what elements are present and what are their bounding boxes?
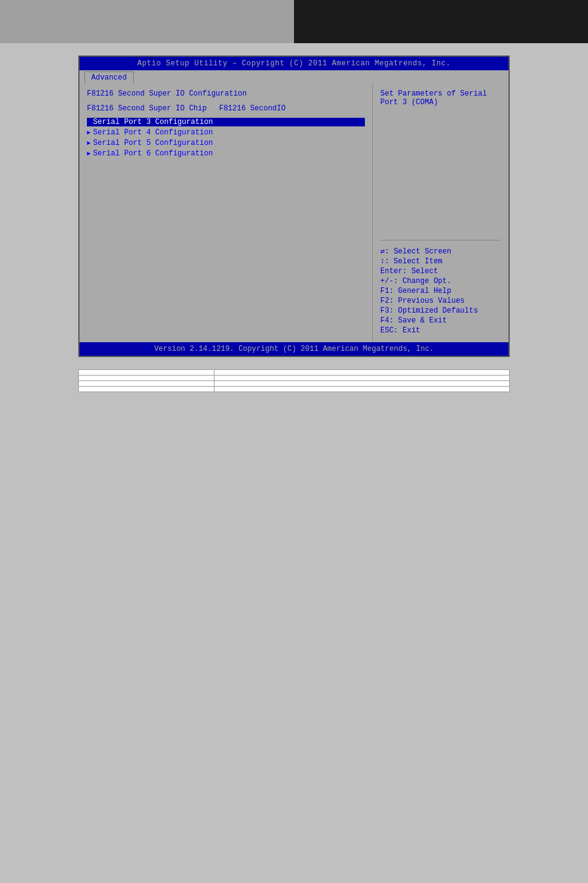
arrow-icon-serial5: ► (87, 140, 91, 147)
chip-label: F81216 Second Super IO Chip (87, 104, 206, 113)
tab-advanced[interactable]: Advanced (84, 72, 134, 83)
bios-title-bar: Aptio Setup Utility – Copyright (C) 2011… (80, 57, 508, 70)
arrow-icon-serial4: ► (87, 129, 91, 136)
bios-footer: Version 2.14.1219. Copyright (C) 2011 Am… (80, 342, 508, 356)
info-table (78, 369, 510, 392)
key-esc: ESC: Exit (380, 326, 501, 335)
table-row (79, 376, 510, 381)
key-select-item: ↕: Select Item (380, 257, 501, 266)
arrow-icon-serial3: ► (87, 119, 91, 126)
table-cell (79, 387, 214, 392)
bios-title: Aptio Setup Utility – Copyright (C) 2011… (137, 59, 451, 68)
banner-right (294, 0, 588, 43)
table-cell (214, 381, 510, 387)
menu-item-label-serial4: Serial Port 4 Configuration (93, 128, 213, 137)
section-title: F81216 Second Super IO Configuration (87, 89, 365, 98)
bios-tab-bar: Advanced (80, 70, 508, 83)
table-cell (79, 376, 214, 381)
panel-divider (380, 240, 501, 240)
chip-value: F81216 SecondIO (219, 104, 285, 113)
table-row (79, 381, 510, 387)
table-row (79, 370, 510, 376)
page-wrapper: Aptio Setup Utility – Copyright (C) 2011… (0, 0, 588, 883)
menu-item-label-serial3: Serial Port 3 Configuration (93, 118, 213, 126)
key-enter: Enter: Select (380, 267, 501, 276)
key-f3: F3: Optimized Defaults (380, 306, 501, 315)
banner-left (0, 0, 294, 43)
chip-row: F81216 Second Super IO Chip F81216 Secon… (87, 104, 365, 113)
key-select-screen: ⇄: Select Screen (380, 247, 501, 256)
help-text: Set Parameters of Serial Port 3 (COMA) (380, 89, 501, 230)
menu-list: ► Serial Port 3 Configuration ► Serial P… (87, 118, 365, 158)
menu-item-label-serial6: Serial Port 6 Configuration (93, 149, 213, 158)
menu-item-serial3[interactable]: ► Serial Port 3 Configuration (87, 118, 365, 126)
table-cell (214, 370, 510, 376)
key-f4: F4: Save & Exit (380, 316, 501, 325)
arrow-icon-serial6: ► (87, 150, 91, 157)
keyboard-shortcuts: ⇄: Select Screen ↕: Select Item Enter: S… (380, 245, 501, 336)
bios-screen: Aptio Setup Utility – Copyright (C) 2011… (78, 55, 510, 357)
table-cell (79, 381, 214, 387)
menu-item-serial6[interactable]: ► Serial Port 6 Configuration (87, 149, 365, 158)
bios-right-panel: Set Parameters of Serial Port 3 (COMA) ⇄… (373, 83, 508, 342)
menu-item-serial4[interactable]: ► Serial Port 4 Configuration (87, 128, 365, 137)
menu-item-label-serial5: Serial Port 5 Configuration (93, 139, 213, 147)
key-change-opt: +/-: Change Opt. (380, 277, 501, 285)
table-cell (214, 376, 510, 381)
key-f2: F2: Previous Values (380, 297, 501, 305)
bottom-area (78, 405, 510, 713)
bios-main-content: F81216 Second Super IO Configuration F81… (80, 83, 508, 342)
bios-left-panel: F81216 Second Super IO Configuration F81… (80, 83, 373, 342)
table-cell (214, 387, 510, 392)
bios-version: Version 2.14.1219. Copyright (C) 2011 Am… (154, 345, 434, 353)
table-row (79, 387, 510, 392)
key-f1: F1: General Help (380, 287, 501, 295)
table-cell (79, 370, 214, 376)
menu-item-serial5[interactable]: ► Serial Port 5 Configuration (87, 139, 365, 147)
top-banner (0, 0, 588, 43)
